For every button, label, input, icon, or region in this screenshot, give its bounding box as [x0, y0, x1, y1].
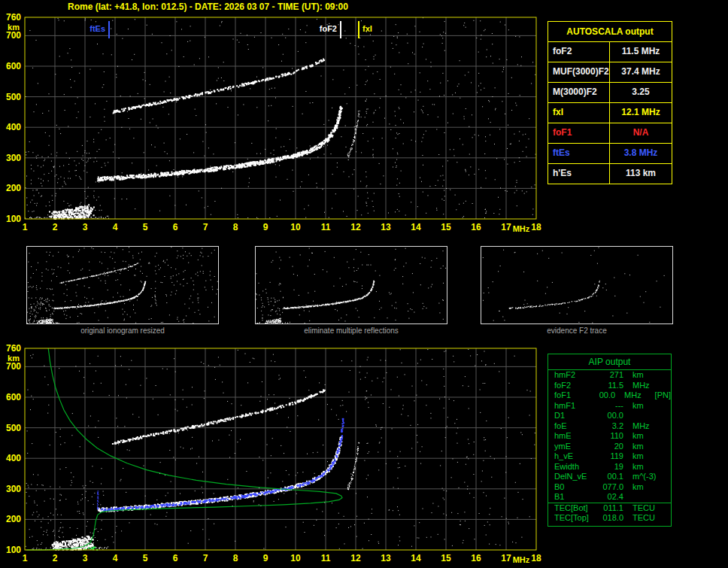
aip-row: foF100.0MHz[PN] — [548, 390, 671, 401]
aip-table-title: AIP output — [548, 354, 671, 370]
aip-row: hmE110km — [548, 431, 671, 442]
aip-row-value: 011.1 — [596, 503, 623, 514]
autoscala-row: foF1N/A — [548, 123, 672, 143]
aip-row-note — [667, 442, 671, 452]
svg-text:18: 18 — [531, 222, 541, 232]
aip-row-note — [667, 513, 671, 524]
aip-row: D100.0 — [548, 411, 671, 421]
aip-row-note — [667, 401, 671, 412]
svg-text:fxI: fxI — [362, 24, 372, 33]
profile-ionogram-plot: 100200300400500600700760km12345678910111… — [0, 342, 557, 568]
svg-text:500: 500 — [6, 423, 21, 433]
svg-text:600: 600 — [6, 392, 21, 402]
aip-row-value: 20 — [596, 442, 623, 452]
svg-text:10: 10 — [290, 222, 301, 232]
autoscala-row-label: foF1 — [548, 123, 610, 143]
aip-row-unit: MHz — [615, 390, 655, 401]
svg-text:11: 11 — [321, 222, 331, 232]
autoscala-row-label: M(3000)F2 — [548, 83, 610, 102]
aip-row-note — [667, 431, 671, 442]
autoscala-row-label: h'Es — [548, 164, 610, 184]
svg-text:7: 7 — [203, 222, 208, 232]
aip-row-name: h_vE — [554, 451, 596, 462]
aip-row-name: foE — [554, 421, 596, 432]
svg-text:9: 9 — [263, 553, 268, 563]
thumbnail-f2-trace-box — [481, 246, 673, 324]
svg-text:17: 17 — [501, 553, 511, 563]
aip-rows: hmF2271kmfoF211.5MHzfoF100.0MHz[PN]hmF1-… — [548, 370, 671, 524]
svg-text:12: 12 — [350, 222, 361, 232]
svg-text:400: 400 — [6, 122, 21, 132]
autoscala-row-label: fxI — [548, 103, 610, 123]
svg-text:700: 700 — [6, 30, 21, 41]
svg-text:300: 300 — [6, 484, 21, 494]
aip-row: hmF2271km — [548, 370, 671, 381]
autoscala-row: M(3000)F23.25 — [548, 82, 672, 102]
aip-row-note — [667, 411, 671, 421]
aip-row-value: 00.0 — [596, 411, 623, 421]
aip-row-name: Ewidth — [554, 462, 596, 472]
svg-text:12: 12 — [350, 553, 361, 563]
thumbnail-no-multiples-box — [255, 246, 447, 324]
aip-row: ymE20km — [548, 442, 671, 452]
autoscala-row-value: 11.5 MHz — [610, 42, 672, 62]
autoscala-table-title: AUTOSCALA output — [548, 22, 672, 41]
aip-row-note — [667, 462, 671, 472]
svg-text:600: 600 — [6, 61, 21, 71]
aip-row-value: 00.0 — [591, 390, 615, 401]
svg-text:4: 4 — [113, 553, 118, 563]
svg-text:13: 13 — [381, 222, 391, 232]
aip-row-name: hmF2 — [554, 370, 596, 381]
aip-row-name: hmF1 — [554, 401, 596, 412]
aip-row-value: 018.0 — [596, 513, 623, 524]
autoscala-row: h'Es113 km — [548, 163, 672, 184]
aip-row-value: 119 — [596, 451, 623, 462]
svg-text:200: 200 — [6, 514, 21, 524]
aip-row-name: hmE — [554, 431, 596, 442]
autoscala-row: ftEs3.8 MHz — [548, 143, 672, 163]
svg-text:km: km — [8, 354, 20, 363]
aip-row-name: B1 — [554, 492, 596, 503]
autoscala-row-value: 113 km — [610, 164, 672, 184]
svg-text:4: 4 — [113, 222, 118, 232]
svg-text:200: 200 — [6, 183, 21, 193]
aip-row-note — [667, 381, 671, 391]
aip-row-name: foF1 — [554, 390, 591, 401]
aip-row-unit: km — [623, 442, 667, 452]
aip-row-note — [667, 492, 671, 503]
svg-text:13: 13 — [381, 553, 391, 563]
svg-text:16: 16 — [471, 222, 481, 232]
thumbnail-original: original ionogram resized — [26, 246, 219, 335]
aip-row-value: 00.1 — [596, 472, 623, 482]
thumbnail-no-multiples: eliminate multiple reflections — [255, 246, 447, 335]
svg-text:5: 5 — [143, 553, 148, 563]
aip-row-unit: km — [623, 451, 667, 462]
svg-text:100: 100 — [6, 214, 21, 224]
aip-row: TEC[Bot]011.1TECU — [548, 503, 671, 514]
aip-row-name: ymE — [554, 442, 596, 452]
aip-row: TEC[Top]018.0TECU — [548, 513, 671, 524]
svg-text:1: 1 — [23, 222, 28, 232]
svg-text:8: 8 — [233, 553, 238, 563]
aip-row-unit — [623, 492, 667, 503]
svg-text:2: 2 — [53, 222, 58, 232]
svg-text:300: 300 — [6, 153, 21, 163]
aip-row-unit: km — [623, 370, 667, 381]
autoscala-row-value: 3.25 — [610, 83, 672, 102]
svg-text:1: 1 — [23, 553, 28, 563]
autoscala-row-label: ftEs — [548, 144, 610, 163]
svg-text:500: 500 — [6, 92, 21, 102]
aip-row-note — [667, 482, 671, 493]
svg-text:700: 700 — [6, 361, 21, 372]
aip-row: B0077.0km — [548, 482, 671, 493]
aip-row: foF211.5MHz — [548, 381, 671, 391]
aip-row: h_vE119km — [548, 451, 671, 462]
aip-row-note — [667, 503, 671, 514]
aip-row-unit: km — [623, 462, 667, 472]
aip-row: B102.4 — [548, 492, 671, 503]
aip-row-note — [667, 421, 671, 432]
aip-row-note — [667, 472, 671, 482]
aip-row-note — [667, 370, 671, 381]
svg-text:foF2: foF2 — [320, 24, 337, 33]
autoscala-row-label: MUF(3000)F2 — [548, 62, 610, 82]
